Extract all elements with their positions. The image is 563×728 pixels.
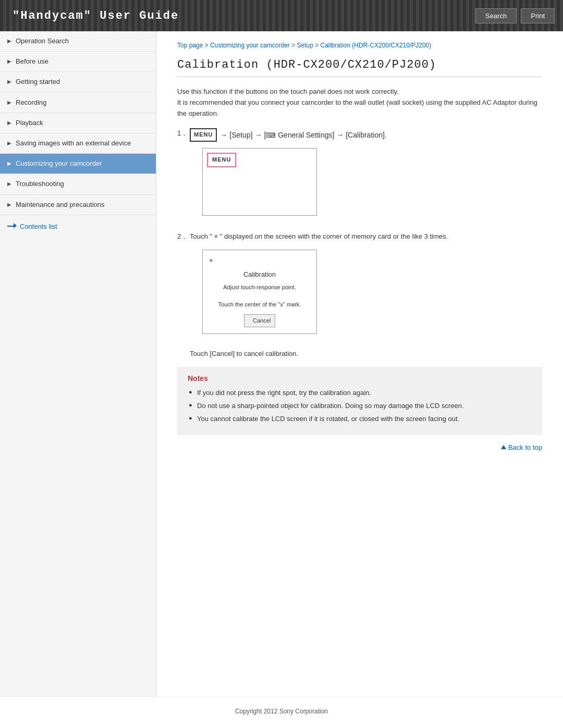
contents-list-link[interactable]: Contents list: [0, 215, 156, 238]
sidebar-item-recording[interactable]: ▶ Recording: [0, 93, 156, 113]
arrow-icon: ▶: [7, 119, 11, 127]
sidebar-item-troubleshooting[interactable]: ▶ Troubleshooting: [0, 174, 156, 194]
arrow-icon: ▶: [7, 78, 11, 85]
screenshot-menu-btn: MENU: [207, 153, 236, 167]
arrow-icon: ▶: [7, 99, 11, 106]
arrow-icon: ▶: [7, 180, 11, 188]
cancel-text: Touch [Cancel] to cancel calibration.: [190, 350, 542, 357]
back-to-top-row: Back to top: [177, 435, 542, 453]
dialog-title: Calibration: [209, 269, 310, 280]
step-2-content: Touch " × " displayed on the screen with…: [190, 231, 542, 340]
sidebar-item-customizing[interactable]: ▶ Customizing your camcorder: [0, 154, 156, 174]
breadcrumb-setup[interactable]: Setup: [297, 42, 313, 49]
calibration-dialog: × Calibration Adjust touch-response poin…: [202, 250, 317, 335]
menu-button-image: MENU: [190, 128, 217, 142]
back-to-top-label: Back to top: [508, 443, 542, 451]
step-2: 2． Touch " × " displayed on the screen w…: [177, 231, 542, 340]
contents-link-label: Contents list: [20, 223, 57, 230]
arrow-icon: ▶: [7, 160, 11, 167]
copyright: Copyright 2012 Sony Corporation: [235, 708, 328, 715]
header-actions: Search Print: [475, 0, 563, 31]
sidebar-item-label: Customizing your camcorder: [16, 159, 102, 168]
sidebar-item-before-use[interactable]: ▶ Before use: [0, 52, 156, 72]
search-button[interactable]: Search: [475, 8, 517, 23]
content-area: Top page > Customizing your camcorder > …: [156, 31, 563, 697]
sidebar-item-label: Playback: [16, 118, 43, 128]
intro-text: Use this function if the buttons on the …: [177, 87, 542, 119]
sidebar-item-getting-started[interactable]: ▶ Getting started: [0, 72, 156, 92]
sidebar-item-label: Before use: [16, 57, 48, 66]
main-layout: ▶ Operation Search ▶ Before use ▶ Gettin…: [0, 31, 563, 697]
dialog-cancel-btn[interactable]: Cancel: [244, 314, 275, 328]
sidebar-item-maintenance[interactable]: ▶ Maintenance and precautions: [0, 195, 156, 215]
page-title: Calibration (HDR-CX200/CX210/PJ200): [177, 58, 542, 77]
step-2-num: 2．: [177, 231, 190, 242]
sidebar: ▶ Operation Search ▶ Before use ▶ Gettin…: [0, 31, 156, 697]
note-item-1: If you did not press the right spot, try…: [188, 388, 532, 399]
breadcrumb-top[interactable]: Top page: [177, 42, 203, 49]
triangle-up-icon: [501, 445, 506, 449]
step-2-text: Touch " × " displayed on the screen with…: [190, 231, 542, 242]
print-button[interactable]: Print: [521, 8, 555, 23]
sidebar-item-playback[interactable]: ▶ Playback: [0, 113, 156, 133]
arrow-icon: ▶: [7, 140, 11, 147]
breadcrumb: Top page > Customizing your camcorder > …: [177, 42, 542, 49]
notes-box: Notes If you did not press the right spo…: [177, 367, 542, 435]
sidebar-item-saving-images[interactable]: ▶ Saving images with an external device: [0, 133, 156, 154]
header: "Handycam" User Guide Search Print: [0, 0, 563, 31]
step-1-num: 1．: [177, 128, 190, 139]
dialog-x-mark: ×: [209, 255, 310, 266]
arrow-icon: ▶: [7, 201, 11, 208]
arrow-icon: ▶: [7, 58, 11, 65]
sidebar-item-label: Getting started: [16, 77, 60, 87]
sidebar-item-label: Recording: [16, 98, 46, 107]
app-title: "Handycam" User Guide: [0, 0, 191, 31]
footer: Copyright 2012 Sony Corporation: [0, 697, 563, 720]
step1-sequence-text: → [Setup] → [⌨ General Settings] → [Cali…: [220, 129, 386, 141]
notes-list: If you did not press the right spot, try…: [188, 388, 532, 424]
sidebar-nav: ▶ Operation Search ▶ Before use ▶ Gettin…: [0, 31, 156, 215]
arrow-icon: ▶: [7, 38, 11, 45]
breadcrumb-calibration: Calibration (HDR-CX200/CX210/PJ200): [321, 42, 432, 49]
note-item-2: Do not use a sharp-pointed object for ca…: [188, 401, 532, 412]
menu-sequence: MENU → [Setup] → [⌨ General Settings] → …: [190, 128, 542, 142]
sidebar-item-operation-search[interactable]: ▶ Operation Search: [0, 31, 156, 52]
dialog-body: Adjust touch-response point. Touch the c…: [209, 283, 310, 309]
step-1-content: MENU → [Setup] → [⌨ General Settings] → …: [190, 128, 542, 222]
sidebar-item-label: Maintenance and precautions: [16, 200, 105, 209]
sidebar-item-label: Saving images with an external device: [16, 139, 131, 148]
step-1: 1． MENU → [Setup] → [⌨ General Settings]…: [177, 128, 542, 222]
screenshot-1: MENU: [202, 148, 317, 216]
sidebar-item-label: Operation Search: [16, 36, 69, 46]
note-item-3: You cannot calibrate the LCD screen if i…: [188, 414, 532, 425]
sidebar-item-label: Troubleshooting: [16, 179, 64, 189]
notes-title: Notes: [188, 374, 532, 382]
arrow-right-icon: [7, 224, 17, 229]
back-to-top-link[interactable]: Back to top: [501, 443, 542, 451]
page-number: 150: [0, 720, 563, 728]
breadcrumb-customizing[interactable]: Customizing your camcorder: [210, 42, 290, 49]
